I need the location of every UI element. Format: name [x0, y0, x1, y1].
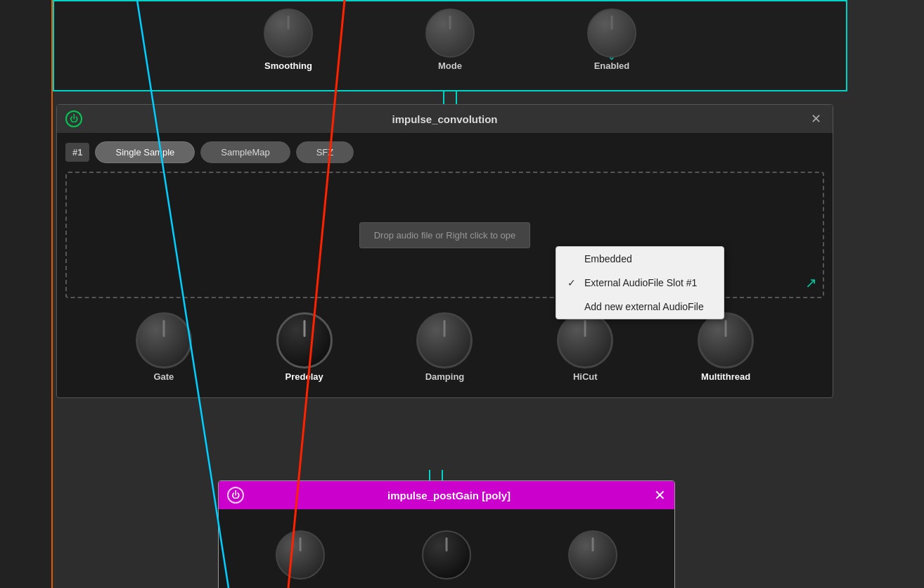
- postgain-power-button[interactable]: ⏻: [227, 487, 244, 504]
- mode-label: Mode: [438, 60, 462, 71]
- add-external-check: [567, 301, 579, 312]
- damping-label: Damping: [425, 371, 465, 382]
- postgain-knob-3[interactable]: [568, 530, 617, 580]
- conv-close-button[interactable]: ✕: [807, 110, 824, 127]
- gate-knob[interactable]: [136, 312, 192, 369]
- knob-group-smoothing: Smoothing: [264, 8, 313, 71]
- left-sidebar: [0, 0, 53, 588]
- enabled-indicator: ⌄: [608, 51, 616, 62]
- knob-group-gate: Gate: [136, 312, 192, 382]
- conv-titlebar: ⏻ impulse_convolution ✕: [57, 105, 833, 133]
- damping-knob[interactable]: [416, 312, 473, 369]
- power-icon: ⏻: [70, 114, 78, 124]
- knob-group-mode: Mode: [425, 8, 475, 71]
- enabled-knob[interactable]: ⌄: [587, 8, 636, 58]
- hicut-label: HiCut: [573, 371, 598, 382]
- external-check: ✓: [567, 277, 579, 288]
- context-menu-item-embedded[interactable]: Embedded: [556, 247, 724, 271]
- hicut-knob[interactable]: [557, 312, 613, 369]
- tab-sfz[interactable]: SFZ: [296, 141, 354, 163]
- mode-knob[interactable]: [425, 8, 475, 58]
- context-menu-item-external[interactable]: ✓ External AudioFile Slot #1: [556, 271, 724, 295]
- knob-group-damping: Damping: [416, 312, 473, 382]
- postgain-window: ⏻ impulse_postGain [poly] ✕: [218, 480, 675, 588]
- context-menu[interactable]: Embedded ✓ External AudioFile Slot #1 Ad…: [556, 246, 724, 319]
- postgain-close-button[interactable]: ✕: [654, 487, 666, 504]
- knob-group-enabled: ⌄ Enabled: [587, 8, 636, 71]
- gate-label: Gate: [153, 371, 174, 382]
- tab-number: #1: [65, 143, 89, 162]
- add-external-label: Add new external AudioFile: [584, 301, 704, 312]
- tab-samplemap[interactable]: SampleMap: [200, 141, 290, 163]
- tab-single-sample[interactable]: Single Sample: [95, 141, 195, 163]
- drop-text: Drop audio file or Right click to ope: [359, 222, 531, 248]
- conv-title: impulse_convolution: [82, 113, 807, 125]
- multithread-label: Multithread: [701, 371, 750, 382]
- postgain-power-icon: ⏻: [231, 490, 240, 500]
- postgain-knob-2[interactable]: [422, 530, 471, 580]
- conv-power-button[interactable]: ⏻: [65, 110, 82, 127]
- enabled-label: Enabled: [594, 60, 630, 71]
- predelay-label: Predelay: [285, 371, 323, 382]
- smoothing-knob[interactable]: [264, 8, 313, 58]
- postgain-body: [219, 509, 674, 588]
- top-module: Smoothing Mode ⌄ Enabled: [53, 0, 847, 91]
- context-menu-item-add-external[interactable]: Add new external AudioFile: [556, 295, 724, 319]
- embedded-check: [567, 253, 579, 264]
- postgain-title: impulse_postGain [poly]: [244, 490, 654, 501]
- postgain-knob-1[interactable]: [276, 530, 325, 580]
- predelay-knob[interactable]: [276, 312, 333, 369]
- knob-group-predelay: Predelay: [276, 312, 333, 382]
- knob-group-multithread: Multithread: [698, 312, 754, 382]
- knob-group-hicut: HiCut: [557, 312, 613, 382]
- export-button[interactable]: ↗: [805, 274, 817, 291]
- smoothing-label: Smoothing: [264, 60, 312, 71]
- external-label: External AudioFile Slot #1: [584, 277, 697, 288]
- tab-row: #1 Single Sample SampleMap SFZ: [65, 141, 824, 163]
- postgain-titlebar: ⏻ impulse_postGain [poly] ✕: [219, 481, 674, 509]
- multithread-knob[interactable]: [698, 312, 754, 369]
- embedded-label: Embedded: [584, 253, 632, 264]
